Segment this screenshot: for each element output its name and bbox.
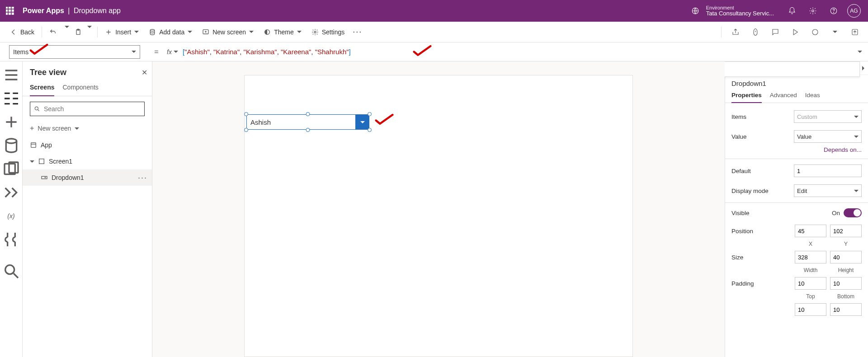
app-header: Power Apps | Dropdown app Environment Ta…	[0, 0, 868, 22]
save-dropdown[interactable]	[827, 24, 843, 40]
padding-right-input[interactable]	[830, 303, 862, 316]
svg-point-15	[150, 29, 154, 31]
document-name[interactable]: Dropdown app	[74, 7, 121, 14]
flows-nav-icon[interactable]	[2, 183, 20, 202]
svg-point-21	[6, 139, 16, 143]
separator	[97, 27, 98, 38]
overflow-button[interactable]: ···	[350, 27, 365, 37]
resize-handle[interactable]	[244, 112, 248, 116]
tab-screens[interactable]: Screens	[30, 81, 54, 96]
tree-item-screen1[interactable]: Screen1	[23, 153, 152, 169]
dropdown-selected-value: Ashish	[250, 118, 271, 126]
share-icon[interactable]	[728, 24, 743, 40]
media-nav-icon[interactable]	[2, 160, 20, 178]
hamburger-icon[interactable]	[2, 66, 20, 84]
avatar[interactable]: AG	[847, 4, 861, 18]
new-screen-button[interactable]: New screen	[198, 22, 258, 42]
svg-point-25	[35, 107, 38, 110]
publish-icon[interactable]	[847, 24, 863, 40]
back-button[interactable]: Back	[5, 22, 39, 42]
properties-panel: Dropdown1 Properties Advanced Ideas Item…	[725, 61, 868, 357]
add-data-button[interactable]: Add data	[144, 22, 197, 42]
separator	[721, 27, 722, 38]
resize-handle[interactable]	[244, 128, 248, 132]
padding-bottom-input[interactable]	[830, 277, 862, 290]
resize-handle[interactable]	[306, 128, 310, 132]
annotation-check-icon	[29, 43, 49, 58]
product-name: Power Apps	[23, 7, 64, 14]
tab-advanced[interactable]: Advanced	[770, 90, 797, 103]
gear-icon[interactable]	[806, 4, 820, 18]
fx-label[interactable]: fx	[160, 48, 178, 56]
svg-point-12	[834, 12, 834, 13]
settings-button[interactable]: Settings	[307, 22, 349, 42]
app-checker-icon[interactable]	[748, 24, 763, 40]
formula-input[interactable]: ["Ashish", "Katrina", "Karishma", "Karee…	[183, 46, 847, 58]
expand-formula-icon[interactable]	[852, 44, 868, 60]
left-nav-rail: (x)	[0, 61, 23, 357]
notifications-icon[interactable]	[785, 4, 799, 18]
resize-handle[interactable]	[306, 112, 310, 116]
depends-on-link[interactable]: Depends on...	[725, 146, 868, 157]
paste-button[interactable]	[73, 22, 84, 42]
tools-nav-icon[interactable]	[2, 230, 20, 249]
size-width-input[interactable]	[795, 251, 826, 263]
prop-display-mode-select[interactable]: Edit	[794, 184, 862, 197]
svg-rect-28	[42, 176, 47, 178]
tree-view-icon[interactable]	[2, 89, 20, 108]
theme-button[interactable]: Theme	[259, 22, 306, 42]
new-screen-button[interactable]: + New screen	[23, 122, 152, 135]
variables-nav-icon[interactable]: (x)	[2, 207, 20, 225]
svg-rect-27	[39, 159, 44, 164]
app-title: Power Apps | Dropdown app	[23, 7, 121, 15]
prop-default-input[interactable]	[794, 164, 862, 177]
resize-handle[interactable]	[368, 128, 372, 132]
undo-dropdown[interactable]	[62, 28, 72, 36]
size-height-input[interactable]	[830, 251, 862, 263]
annotation-check-icon	[412, 44, 432, 60]
tab-ideas[interactable]: Ideas	[805, 90, 820, 103]
separator	[42, 27, 42, 38]
padding-top-input[interactable]	[795, 277, 826, 290]
prop-label-visible: Visible	[731, 210, 750, 216]
svg-rect-6	[6, 13, 7, 14]
prop-label-display-mode: Display mode	[731, 188, 769, 194]
svg-rect-3	[6, 10, 7, 11]
padding-left-input[interactable]	[795, 303, 826, 316]
svg-point-18	[314, 31, 316, 33]
canvas[interactable]: Ashish	[152, 61, 725, 357]
prop-value-select[interactable]: Value	[794, 130, 862, 143]
search-nav-icon[interactable]	[2, 262, 20, 280]
svg-point-19	[812, 29, 818, 35]
tab-components[interactable]: Components	[62, 81, 98, 96]
environment-name: Tata Consultancy Servic...	[706, 10, 774, 17]
insert-button[interactable]: Insert	[100, 22, 143, 42]
position-y-input[interactable]	[830, 225, 862, 237]
paste-dropdown[interactable]	[85, 28, 94, 36]
close-icon[interactable]: ✕	[142, 68, 147, 77]
tab-properties[interactable]: Properties	[731, 90, 762, 103]
position-x-input[interactable]	[795, 225, 826, 237]
insert-nav-icon[interactable]	[2, 113, 20, 131]
selected-control-name: Dropdown1	[725, 75, 868, 90]
tree-item-dropdown1[interactable]: Dropdown1 ···	[23, 169, 152, 186]
svg-rect-7	[9, 13, 10, 14]
data-nav-icon[interactable]	[2, 136, 20, 155]
tree-item-more-icon[interactable]: ···	[138, 173, 147, 183]
visible-toggle[interactable]	[844, 208, 862, 217]
svg-rect-8	[12, 13, 14, 14]
tree-search-input[interactable]	[30, 102, 145, 116]
undo-button[interactable]	[45, 22, 61, 42]
play-icon[interactable]	[788, 24, 803, 40]
prop-items-select[interactable]: Custom	[794, 110, 862, 123]
tree-item-app[interactable]: App	[23, 137, 152, 153]
svg-point-24	[5, 265, 14, 274]
canvas-dropdown-control[interactable]: Ashish	[246, 114, 369, 130]
help-icon[interactable]	[826, 4, 841, 18]
waffle-icon[interactable]	[3, 4, 17, 18]
save-status-icon[interactable]	[807, 24, 823, 40]
chevron-down-icon[interactable]	[356, 114, 369, 130]
environment-picker[interactable]: Environment Tata Consultancy Servic...	[688, 4, 774, 18]
resize-handle[interactable]	[368, 112, 372, 116]
comments-icon[interactable]	[768, 24, 783, 40]
